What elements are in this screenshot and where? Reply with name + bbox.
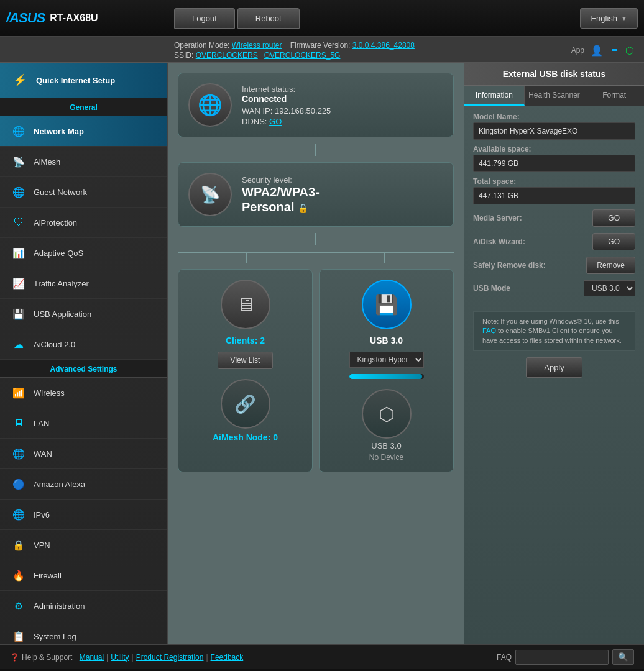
usb-label: USB 3.0: [370, 336, 403, 345]
sidebar-item-lan[interactable]: 🖥 LAN: [0, 408, 167, 439]
sidebar-item-ipv6[interactable]: 🌐 IPv6: [0, 500, 167, 530]
usb-tabs: Information Health Scanner Format: [464, 86, 644, 106]
faq-link[interactable]: FAQ: [482, 327, 496, 334]
clients-box: 🖥 Clients: 2 View List 🔗 AiMe: [178, 269, 313, 472]
sidebar-item-vpn[interactable]: 🔒 VPN: [0, 530, 167, 560]
clients-icon: 🖥: [221, 280, 270, 329]
wan-icon: 🌐: [10, 445, 27, 462]
router-icon: 📡: [188, 173, 232, 216]
sidebar-item-quick-setup[interactable]: ⚡ Quick Internet Setup: [0, 63, 167, 98]
help-support-label: Help & Support: [22, 653, 72, 662]
sidebar-item-alexa-label: Amazon Alexa: [34, 480, 85, 489]
ipv6-icon: 🌐: [10, 506, 27, 523]
sidebar-item-lan-label: LAN: [34, 419, 49, 428]
ssid2[interactable]: OVERCLOCKERS_5G: [264, 51, 341, 60]
info-bar-left: Operation Mode: Wireless router Firmware…: [174, 41, 415, 60]
usb-device-select[interactable]: Kingston Hyper>: [349, 352, 424, 368]
language-button[interactable]: English ▼: [580, 8, 638, 29]
network-map-area: 🌐 Internet status: Connected WAN IP: 192…: [168, 63, 644, 644]
sidebar-item-system-log[interactable]: 📋 System Log: [0, 621, 167, 644]
clients-label-text: Clients:: [226, 336, 257, 345]
amazon-alexa-icon: 🔵: [10, 475, 27, 493]
reboot-button[interactable]: Reboot: [237, 8, 300, 29]
usb-info-section: Model Name: Kingston HyperX SavageEXO Av…: [464, 106, 644, 309]
feedback-link[interactable]: Feedback: [211, 653, 244, 662]
media-server-row: Media Server: GO: [473, 209, 635, 227]
adaptive-qos-icon: 📊: [10, 244, 27, 262]
view-list-button[interactable]: View List: [218, 352, 274, 369]
usb-tab-format[interactable]: Format: [584, 86, 644, 106]
sidebar-item-adaptive-qos[interactable]: 📊 Adaptive QoS: [0, 238, 167, 268]
logout-button[interactable]: Logout: [174, 8, 235, 29]
media-server-go-button[interactable]: GO: [592, 209, 635, 227]
usb-mode-select[interactable]: USB 3.0: [584, 280, 635, 296]
footer-right: FAQ 🔍: [497, 649, 634, 665]
content-area: 🌐 Internet status: Connected WAN IP: 192…: [168, 63, 644, 644]
aimesh-section: 🔗 AiMesh Node: 0: [213, 379, 278, 442]
aimesh-count: 0: [273, 432, 278, 442]
sidebar-item-wan[interactable]: 🌐 WAN: [0, 439, 167, 469]
available-space-label: Available space:: [473, 145, 635, 153]
bottom-row: 🖥 Clients: 2 View List 🔗 AiMe: [178, 269, 454, 472]
faq-search-input[interactable]: [515, 650, 609, 665]
sidebar-item-aimesh-label: AiMesh: [34, 157, 60, 167]
aimesh-label-text: AiMesh Node:: [213, 432, 270, 442]
sidebar-item-aicloud[interactable]: ☁ AiCloud 2.0: [0, 329, 167, 360]
sidebar-item-network-map[interactable]: 🌐 Network Map: [0, 116, 167, 147]
firewall-icon: 🔥: [10, 567, 27, 584]
security-level-value: WPA2/WPA3-Personal 🔒: [242, 185, 443, 214]
connector-line-2: [315, 233, 316, 245]
apply-button[interactable]: Apply: [526, 357, 582, 378]
usb-icon[interactable]: ⬡: [625, 45, 634, 57]
v-line-left: [246, 253, 247, 263]
sidebar-item-guest-network[interactable]: 🌐 Guest Network: [0, 177, 167, 208]
remove-disk-button[interactable]: Remove: [586, 257, 635, 274]
usb2-icon: ⬡: [362, 389, 412, 439]
model-name-value: Kingston HyperX SavageEXO: [473, 122, 635, 140]
internet-status-label: Internet status:: [242, 84, 331, 94]
aidisk-row: AiDisk Wizard: GO: [473, 233, 635, 250]
firmware-value[interactable]: 3.0.0.4.386_42808: [352, 41, 415, 50]
info-bar: Operation Mode: Wireless router Firmware…: [0, 37, 644, 63]
ssid-info: SSID: OVERCLOCKERS OVERCLOCKERS_5G: [174, 51, 415, 60]
system-log-icon: 📋: [10, 628, 27, 644]
aimesh-icon: 📡: [10, 153, 27, 170]
connector-2: [178, 233, 454, 245]
sidebar-item-firewall[interactable]: 🔥 Firewall: [0, 560, 167, 591]
user-icon[interactable]: 👤: [591, 45, 603, 57]
monitor-icon[interactable]: 🖥: [609, 45, 619, 56]
sidebar-item-aiprotection[interactable]: 🛡 AiProtection: [0, 208, 167, 238]
product-reg-link[interactable]: Product Registration: [136, 653, 204, 662]
operation-mode-value[interactable]: Wireless router: [232, 41, 282, 50]
sidebar-item-traffic-analyzer[interactable]: 📈 Traffic Analyzer: [0, 268, 167, 299]
aidisk-go-button[interactable]: GO: [592, 233, 635, 250]
ssid1[interactable]: OVERCLOCKERS: [196, 51, 258, 60]
usb-tab-information[interactable]: Information: [464, 86, 525, 106]
manual-link[interactable]: Manual: [80, 653, 104, 662]
chevron-down-icon: ▼: [621, 15, 627, 22]
faq-search-button[interactable]: 🔍: [612, 649, 634, 665]
usb-note: Note: If you are using Windows® 10, use …: [473, 311, 635, 351]
firmware-label: Firmware Version:: [290, 41, 351, 50]
internet-status-box: 🌐 Internet status: Connected WAN IP: 192…: [178, 73, 454, 137]
quick-setup-icon: ⚡: [10, 70, 30, 90]
sidebar-item-aimesh[interactable]: 📡 AiMesh: [0, 147, 167, 177]
sidebar-item-administration[interactable]: ⚙ Administration: [0, 591, 167, 621]
sidebar-item-syslog-label: System Log: [34, 632, 76, 641]
wan-ip-info: WAN IP: 192.168.50.225: [242, 106, 331, 116]
sidebar-item-amazon-alexa[interactable]: 🔵 Amazon Alexa: [0, 469, 167, 500]
sidebar-item-wireless[interactable]: 📶 Wireless: [0, 378, 167, 408]
utility-link[interactable]: Utility: [111, 653, 129, 662]
security-box: 📡 Security level: WPA2/WPA3-Personal 🔒: [178, 162, 454, 227]
usb2-section: ⬡ USB 3.0 No Device: [362, 389, 412, 462]
network-diagram: 🌐 Internet status: Connected WAN IP: 192…: [168, 63, 464, 644]
internet-info: Internet status: Connected WAN IP: 192.1…: [242, 84, 331, 126]
sidebar-item-ipv6-label: IPv6: [34, 510, 50, 519]
security-info: Security level: WPA2/WPA3-Personal 🔒: [242, 175, 443, 214]
ddns-go-link[interactable]: GO: [269, 117, 282, 126]
model-name: RT-AX68U: [50, 12, 98, 24]
faq-label: FAQ: [497, 653, 512, 662]
usb-tab-health-scanner[interactable]: Health Scanner: [525, 86, 585, 106]
sidebar-item-usb-application[interactable]: 💾 USB Application: [0, 299, 167, 329]
v-line-right: [384, 253, 385, 263]
